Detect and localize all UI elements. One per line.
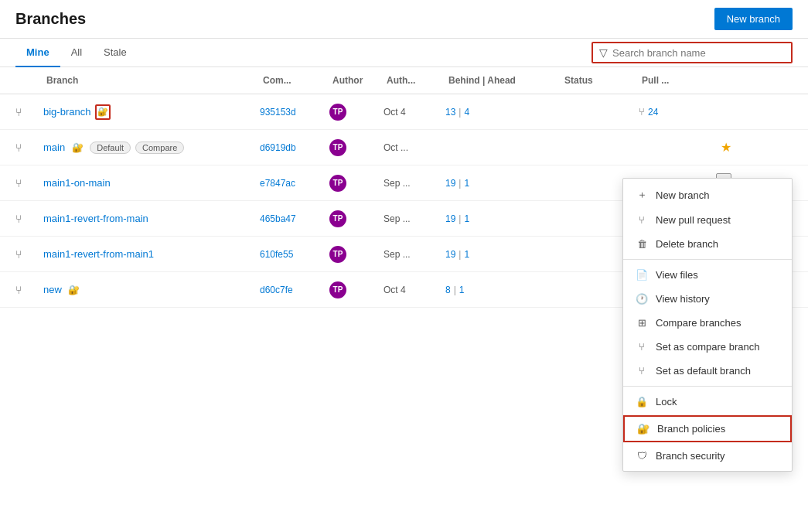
avatar: TP (329, 104, 346, 121)
actions-cell: ★ (701, 140, 731, 155)
avatar: TP (329, 175, 346, 192)
behind-ahead: 13|4 (445, 107, 561, 118)
policy-icon-plain[interactable]: 🔐 (70, 140, 85, 155)
branch-name-cell: main1-revert-from-main1 (43, 248, 260, 260)
author-date: Oct 4 (384, 285, 445, 295)
tab-mine[interactable]: Mine (15, 39, 60, 67)
menu-item-compare-branches[interactable]: ⊞ Compare branches (623, 311, 792, 335)
col-branch: Branch (43, 73, 260, 87)
author-date: Sep ... (384, 249, 445, 260)
menu-item-view-history[interactable]: 🕐 View history (623, 287, 792, 311)
menu-item-label: Set as compare branch (656, 341, 759, 353)
branch-policies-icon: 🔐 (637, 423, 649, 435)
branch-name-cell: main1-on-main (43, 177, 260, 189)
search-box[interactable]: ▽ (592, 42, 793, 63)
menu-item-label: Branch policies (657, 423, 725, 435)
col-actions (701, 79, 731, 82)
col-authdate: Auth... (384, 73, 445, 87)
behind-link[interactable]: 8 (445, 285, 451, 295)
author-date: Sep ... (384, 213, 445, 224)
branch-icon: ⑂ (15, 142, 43, 154)
branch-icon: ⑂ (15, 106, 43, 118)
menu-section-2: 📄 View files 🕐 View history ⊞ Compare br… (623, 260, 792, 387)
commit-link[interactable]: 935153d (260, 107, 296, 118)
commit-link[interactable]: e7847ac (260, 178, 295, 189)
branch-icon: ⑂ (15, 177, 43, 189)
branch-link[interactable]: main1-revert-from-main1 (43, 248, 154, 260)
menu-item-label: Set as default branch (656, 365, 751, 377)
avatar: TP (329, 281, 346, 298)
pull-request-icon: ⑂ (636, 214, 648, 226)
ahead-link[interactable]: 1 (459, 285, 465, 295)
policy-icon-plain[interactable]: 🔐 (66, 282, 82, 298)
commit-link[interactable]: 610fe55 (260, 249, 293, 260)
compare-badge[interactable]: Compare (135, 142, 184, 154)
behind-ahead: 8|1 (445, 285, 561, 295)
menu-item-new-pull-request[interactable]: ⑂ New pull request (623, 208, 792, 232)
branch-icon: ⑂ (15, 213, 43, 225)
page-header: Branches New branch (0, 0, 808, 39)
branch-link[interactable]: big-branch (43, 106, 90, 118)
commit-link[interactable]: 465ba47 (260, 213, 296, 224)
branch-link[interactable]: main1-revert-from-main (43, 213, 148, 224)
author-date: Oct ... (384, 142, 445, 153)
menu-section-1: ＋ New branch ⑂ New pull request 🗑 Delete… (623, 179, 792, 260)
behind-ahead: 19|1 (445, 213, 561, 224)
behind-link[interactable]: 19 (445, 249, 455, 260)
menu-item-label: View history (656, 293, 710, 305)
col-pull: Pull ... (639, 73, 701, 87)
menu-item-view-files[interactable]: 📄 View files (623, 263, 792, 287)
behind-ahead: 19|1 (445, 178, 561, 189)
star-icon[interactable]: ★ (721, 140, 731, 155)
menu-item-set-default[interactable]: ⑂ Set as default branch (623, 359, 792, 383)
page-title: Branches (15, 10, 86, 28)
branch-icon: ⑂ (15, 248, 43, 261)
col-behindahead: Behind | Ahead (445, 73, 561, 87)
author-date: Sep ... (384, 178, 445, 189)
avatar: TP (329, 210, 346, 227)
lock-icon: 🔒 (636, 396, 648, 408)
pull-link[interactable]: 24 (648, 107, 658, 118)
ahead-link[interactable]: 1 (464, 178, 469, 189)
menu-item-label: Lock (656, 396, 677, 408)
menu-section-3: 🔒 Lock 🔐 Branch policies 🛡 Branch securi… (623, 387, 792, 471)
menu-item-branch-security[interactable]: 🛡 Branch security (623, 444, 792, 468)
menu-item-delete-branch[interactable]: 🗑 Delete branch (623, 232, 792, 256)
branch-name-cell: new 🔐 (43, 282, 260, 298)
branch-link[interactable]: main (43, 142, 65, 153)
context-menu: ＋ New branch ⑂ New pull request 🗑 Delete… (622, 178, 793, 472)
compare-icon: ⊞ (636, 317, 648, 329)
behind-link[interactable]: 13 (445, 107, 455, 118)
branch-link[interactable]: main1-on-main (43, 177, 111, 189)
avatar: TP (329, 246, 346, 263)
menu-item-lock[interactable]: 🔒 Lock (623, 390, 792, 414)
ahead-link[interactable]: 4 (464, 107, 469, 118)
branch-name-cell: big-branch 🔐 (43, 104, 260, 120)
menu-item-label: New branch (656, 189, 709, 201)
tab-stale[interactable]: Stale (93, 39, 138, 67)
ahead-link[interactable]: 1 (464, 249, 469, 260)
filter-icon: ▽ (599, 46, 608, 59)
behind-link[interactable]: 19 (445, 178, 455, 189)
policy-icon-red[interactable]: 🔐 (95, 104, 111, 120)
ahead-link[interactable]: 1 (464, 213, 469, 224)
col-status: Status (561, 73, 639, 87)
table-header: Branch Com... Author Auth... Behind | Ah… (0, 67, 808, 94)
commit-link[interactable]: d60c7fe (260, 285, 293, 295)
col-icon (15, 79, 43, 82)
behind-link[interactable]: 19 (445, 213, 455, 224)
branch-link[interactable]: new (43, 284, 62, 295)
commit-link[interactable]: d6919db (260, 142, 296, 153)
behind-ahead: 19|1 (445, 249, 561, 260)
menu-item-set-compare[interactable]: ⑂ Set as compare branch (623, 335, 792, 359)
menu-item-label: View files (656, 269, 698, 281)
tab-all[interactable]: All (60, 39, 93, 67)
search-input[interactable] (612, 47, 785, 59)
delete-icon: 🗑 (636, 238, 648, 250)
table-row: ⑂ big-branch 🔐 935153d TP Oct 4 13|4 ⑂ 2… (0, 94, 808, 130)
new-branch-button[interactable]: New branch (714, 8, 793, 30)
menu-item-branch-policies[interactable]: 🔐 Branch policies (623, 415, 792, 442)
file-icon: 📄 (636, 269, 648, 281)
col-commit: Com... (260, 73, 329, 87)
menu-item-new-branch[interactable]: ＋ New branch (623, 182, 792, 208)
